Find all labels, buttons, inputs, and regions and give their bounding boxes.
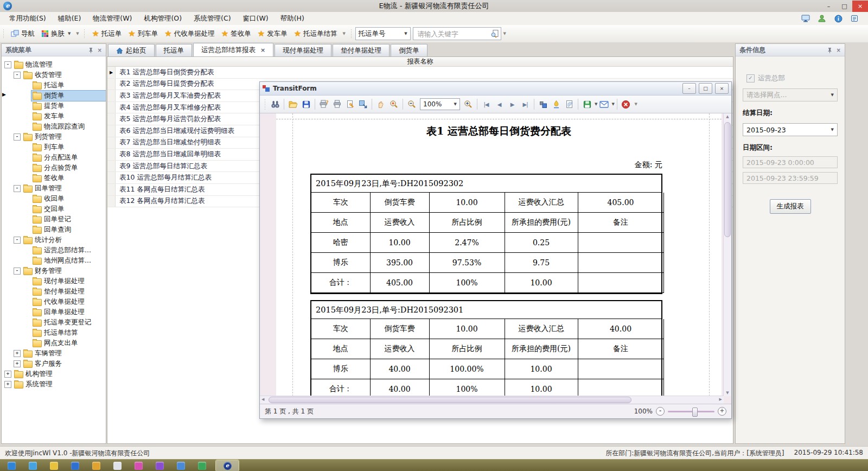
tree-item[interactable]: 交回单 [2, 204, 106, 214]
tree-expander-icon[interactable]: + [14, 350, 21, 357]
tree-item[interactable]: 物流跟踪查询 [2, 122, 106, 132]
document-tab[interactable]: 垫付单据处理 × [333, 44, 390, 56]
tree-item[interactable]: 托运单结算 [2, 328, 106, 338]
bookmarks-icon[interactable] [537, 98, 550, 111]
toolbar-overflow-button[interactable]: ▼ [341, 27, 348, 40]
info-icon[interactable] [833, 14, 843, 23]
horizontal-scrollbar[interactable]: ◀ ▶ [260, 396, 724, 404]
tree-item[interactable]: 分点验货单 [2, 163, 106, 173]
search-type-combo[interactable]: 托运单号 ▼ [355, 27, 411, 40]
generate-report-button[interactable]: 生成报表 [770, 199, 811, 214]
scroll-down-icon[interactable]: ▼ [724, 391, 731, 395]
chevron-down-icon[interactable]: ▼ [611, 102, 614, 106]
maximize-button[interactable]: □ [837, 1, 852, 12]
zoom-window-icon[interactable] [387, 98, 400, 111]
document-tab[interactable]: 起始页 × [108, 44, 155, 56]
minimize-button[interactable]: – [821, 1, 837, 12]
tree-item[interactable]: - 回单管理 [2, 183, 106, 194]
tree-item[interactable]: 到车单 [2, 142, 106, 152]
navigation-button[interactable]: 导航 [8, 28, 38, 40]
menu-item[interactable]: 常用功能(S) [3, 12, 52, 25]
pin-icon[interactable] [827, 47, 832, 53]
help-icon[interactable] [850, 14, 859, 23]
tree-item[interactable]: 分点配送单 [2, 152, 106, 163]
first-page-icon[interactable]: |◀ [480, 98, 493, 111]
tree-expander-icon[interactable]: - [14, 185, 21, 192]
zoom-out-button[interactable]: - [656, 407, 665, 416]
menu-item[interactable]: 机构管理(O) [138, 12, 188, 25]
save-icon[interactable] [299, 98, 312, 111]
taskbar-item[interactable] [4, 460, 18, 471]
menu-item[interactable]: 系统管理(C) [188, 12, 237, 25]
document-tab[interactable]: 运营总部结算报表 × [193, 43, 273, 56]
document-tab[interactable]: 托运单 × [156, 44, 193, 56]
tree-item[interactable]: - 统计分析 [2, 235, 106, 245]
toolbar-overflow-button[interactable]: ▼ [74, 27, 81, 40]
page-setup-icon[interactable] [343, 98, 356, 111]
document-tab[interactable]: 倒货单 × [391, 44, 427, 56]
skin-button[interactable]: 换肤 ▼ [38, 28, 74, 40]
taskbar-item[interactable] [152, 460, 167, 471]
zoom-out-icon[interactable] [405, 98, 418, 111]
zoom-level-combo[interactable]: 100% ▼ [420, 98, 460, 110]
taskbar-item[interactable] [25, 460, 40, 471]
favorite-button[interactable]: ★ 发车单 [254, 28, 291, 40]
desktop-icon[interactable] [801, 14, 810, 23]
tree-item[interactable]: + 客户服务 [2, 359, 106, 369]
search-icon[interactable] [490, 29, 499, 38]
export-icon[interactable] [580, 98, 593, 111]
tree-expander-icon[interactable]: + [14, 360, 21, 367]
range-end-field[interactable]: 2015-09-23 23:59:59 [743, 172, 838, 184]
toolbar-overflow-button[interactable]: ▼ [633, 98, 640, 111]
range-start-field[interactable]: 2015-09-23 0:00:00 [743, 156, 838, 168]
settle-date-combo[interactable]: 2015-09-23 ▼ [743, 123, 838, 136]
tree-item[interactable]: 收回单 [2, 194, 106, 204]
hand-pan-icon[interactable] [374, 98, 387, 111]
scale-icon[interactable] [356, 98, 369, 111]
tree-item[interactable]: 提货单 [2, 101, 106, 111]
transit-minimize-button[interactable]: – [682, 83, 696, 94]
menu-item[interactable]: 窗口(W) [237, 12, 275, 25]
tree-item[interactable]: + 车辆管理 [2, 348, 106, 359]
user-icon[interactable] [817, 14, 827, 23]
transit-maximize-button[interactable]: □ [699, 83, 712, 94]
tree-item[interactable]: 回单登记 [2, 214, 106, 225]
tree-item[interactable]: - 收货管理 [2, 70, 106, 80]
print-options-icon[interactable]: ? [317, 98, 330, 111]
tree-item[interactable]: - 财务管理 [2, 266, 106, 276]
scroll-right-icon[interactable]: ▶ [719, 397, 722, 402]
zoom-in-button[interactable]: + [718, 407, 726, 416]
taskbar-item[interactable]: e [216, 460, 239, 471]
scroll-left-icon[interactable]: ◀ [261, 397, 264, 402]
close-preview-icon[interactable] [620, 98, 633, 111]
vertical-scrollbar[interactable]: ▲ ▼ [723, 113, 731, 396]
favorite-button[interactable]: ★ 代收单据处理 [161, 28, 218, 40]
tree-item[interactable]: - 物流管理 [2, 60, 106, 70]
last-page-icon[interactable]: ▶| [519, 98, 532, 111]
menu-item[interactable]: 辅助(E) [52, 12, 87, 25]
close-icon[interactable]: × [98, 47, 102, 53]
favorite-button[interactable]: ★ 签收单 [218, 28, 254, 40]
favorite-button[interactable]: ★ 到车单 [125, 28, 161, 40]
taskbar-item[interactable] [89, 460, 103, 471]
close-icon[interactable]: × [837, 47, 841, 53]
menu-item[interactable]: 物流管理(W) [87, 12, 138, 25]
close-button[interactable]: × [852, 1, 868, 12]
pin-icon[interactable] [88, 47, 93, 53]
tree-item[interactable]: 现付单据处理 [2, 276, 106, 287]
tree-item[interactable]: 签收单 [2, 173, 106, 183]
tree-item[interactable]: 地州网点结算... [2, 256, 106, 266]
tree-expander-icon[interactable]: - [14, 237, 21, 244]
tree-item[interactable]: 托运单变更登记 [2, 317, 106, 328]
favorite-button[interactable]: ★ 托运单结算 [291, 28, 341, 40]
tree-item[interactable]: 回单查询 [2, 225, 106, 235]
tree-item[interactable]: + 机构管理 [2, 369, 106, 379]
zoom-in-icon[interactable] [462, 98, 475, 111]
tree-item[interactable]: 发车单 [2, 111, 106, 122]
tree-item[interactable]: 倒货单 [2, 91, 106, 101]
edit-page-icon[interactable] [563, 98, 576, 111]
tree-expander-icon[interactable]: - [4, 61, 11, 68]
tree-item[interactable]: 托运单 [2, 80, 106, 91]
tree-item[interactable]: 回单单据处理 [2, 307, 106, 317]
favorite-button[interactable]: ★ 托运单 [88, 28, 125, 40]
